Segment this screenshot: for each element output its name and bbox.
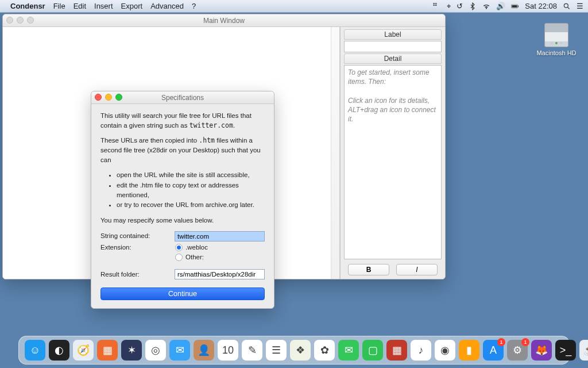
dock-appstore[interactable]: A1 xyxy=(483,340,504,361)
minimize-button[interactable] xyxy=(105,94,112,101)
label-header: Label xyxy=(344,29,442,40)
dock-calendar[interactable]: 10 xyxy=(218,340,238,361)
dock-app1[interactable]: ▦ xyxy=(386,340,407,361)
bullet-2: edit the .htm file to copy text or addre… xyxy=(117,181,265,200)
svg-rect-1 xyxy=(512,5,517,7)
dock-prefs[interactable]: ⚙1 xyxy=(507,340,528,361)
dock-messages[interactable]: ✉ xyxy=(338,340,359,361)
dock-finder[interactable]: ☺ xyxy=(25,340,45,361)
desktop-hd-icon[interactable]: Macintosh HD xyxy=(536,23,577,56)
app-menu[interactable]: Condensr xyxy=(10,2,45,10)
wifi-icon[interactable] xyxy=(482,2,490,10)
dock-chrome[interactable]: ◎ xyxy=(145,340,166,361)
radio-webloc-label: .webloc xyxy=(185,243,208,252)
zoom-button[interactable] xyxy=(27,17,34,24)
dialog-bullets: open the URL while the site is still acc… xyxy=(100,170,265,210)
result-folder-input[interactable] xyxy=(175,269,265,279)
dialog-title: Specifications xyxy=(161,94,204,102)
status-icon[interactable]: ⌖ xyxy=(447,2,451,11)
minimize-button[interactable] xyxy=(17,17,24,24)
dock-photos[interactable]: ✿ xyxy=(314,340,335,361)
dock-music[interactable]: ♪ xyxy=(411,340,431,361)
bullet-1: open the URL while the site is still acc… xyxy=(117,170,265,180)
italic-button[interactable]: I xyxy=(396,264,438,275)
dialog-titlebar[interactable]: Specifications xyxy=(91,91,274,104)
battery-icon[interactable] xyxy=(511,2,519,10)
svg-rect-2 xyxy=(518,5,519,7)
main-window-title: Main Window xyxy=(203,17,245,25)
label-input[interactable] xyxy=(344,41,442,52)
dock-notes[interactable]: ✎ xyxy=(242,340,262,361)
label-string-contained: String contained: xyxy=(100,231,175,241)
dialog-p3: You may respecify some values below. xyxy=(100,216,265,225)
dock-books[interactable]: ▮ xyxy=(459,340,479,361)
dropbox-icon[interactable] xyxy=(433,2,441,10)
detail-header: Detail xyxy=(344,53,442,64)
menu-edit[interactable]: Edit xyxy=(74,2,86,10)
spotlight-icon[interactable] xyxy=(563,2,571,10)
detail-hint-3: ALT+drag an icon to connect it. xyxy=(348,105,438,124)
dock-contacts[interactable]: 👤 xyxy=(194,340,214,361)
volume-icon[interactable]: 🔊 xyxy=(496,2,505,10)
specifications-dialog: Specifications This utility will search … xyxy=(91,91,274,309)
dock-maps[interactable]: ❖ xyxy=(290,340,311,361)
dock-siri[interactable]: ◐ xyxy=(49,340,69,361)
svg-point-3 xyxy=(564,3,568,7)
string-contained-input[interactable] xyxy=(175,231,265,241)
badge: 1 xyxy=(497,338,505,346)
menu-advanced[interactable]: Advanced xyxy=(150,2,184,10)
zoom-button[interactable] xyxy=(115,94,122,101)
dock-firefox[interactable]: 🦊 xyxy=(531,340,552,361)
control-center-icon[interactable]: ☰ xyxy=(577,2,583,10)
badge: 1 xyxy=(521,338,529,346)
continue-button[interactable]: Continue xyxy=(100,288,265,300)
bullet-3: or try to recover the URL from archive.o… xyxy=(117,200,265,210)
dock-mail[interactable]: ✉ xyxy=(169,340,190,361)
menu-insert[interactable]: Insert xyxy=(94,2,113,10)
timemachine-icon[interactable]: ↺ xyxy=(457,2,463,10)
dialog-p1: This utility will search your file tree … xyxy=(100,111,265,130)
detail-hint-1: To get started, insert some items. Then: xyxy=(348,68,438,86)
dock-reminders[interactable]: ☰ xyxy=(266,340,287,361)
dock-facetime[interactable]: ▢ xyxy=(362,340,383,361)
dialog-p2: These URLs are then copied into .htm fil… xyxy=(100,136,265,164)
label-result-folder: Result folder: xyxy=(100,270,175,279)
menu-export[interactable]: Export xyxy=(121,2,143,10)
dock-compass[interactable]: ✶ xyxy=(121,340,142,361)
dock: ☺◐🧭▦✶◎✉👤10✎☰❖✿✉▢▦♪◉▮A1⚙1🦊>_☕☕🗑 xyxy=(18,336,570,365)
dock-safari[interactable]: 🧭 xyxy=(73,340,94,361)
inspector-panel: Label Detail To get started, insert some… xyxy=(340,27,445,279)
dock-apps[interactable]: ▦ xyxy=(97,340,118,361)
hd-label: Macintosh HD xyxy=(536,49,577,56)
close-button[interactable] xyxy=(95,94,102,101)
hd-icon xyxy=(544,23,568,47)
detail-textarea[interactable]: To get started, insert some items. Then:… xyxy=(344,65,442,259)
dock-java[interactable]: ☕ xyxy=(579,340,588,361)
main-titlebar[interactable]: Main Window xyxy=(3,14,445,27)
close-button[interactable] xyxy=(6,17,13,24)
dock-podcasts[interactable]: ◉ xyxy=(435,340,455,361)
menu-file[interactable]: File xyxy=(53,2,65,10)
radio-other[interactable] xyxy=(175,254,183,261)
menubar: Condensr File Edit Insert Export Advance… xyxy=(0,0,588,13)
label-extension: Extension: xyxy=(100,243,175,252)
detail-hint-2: Click an icon for its details, xyxy=(348,96,438,105)
radio-other-label: Other: xyxy=(185,252,204,262)
clock[interactable]: Sat 22:08 xyxy=(525,2,557,10)
menu-help[interactable]: ? xyxy=(192,2,196,10)
radio-webloc[interactable] xyxy=(175,244,183,251)
dock-terminal[interactable]: >_ xyxy=(555,340,576,361)
bold-button[interactable]: B xyxy=(348,264,389,275)
bluetooth-icon[interactable] xyxy=(469,2,477,10)
